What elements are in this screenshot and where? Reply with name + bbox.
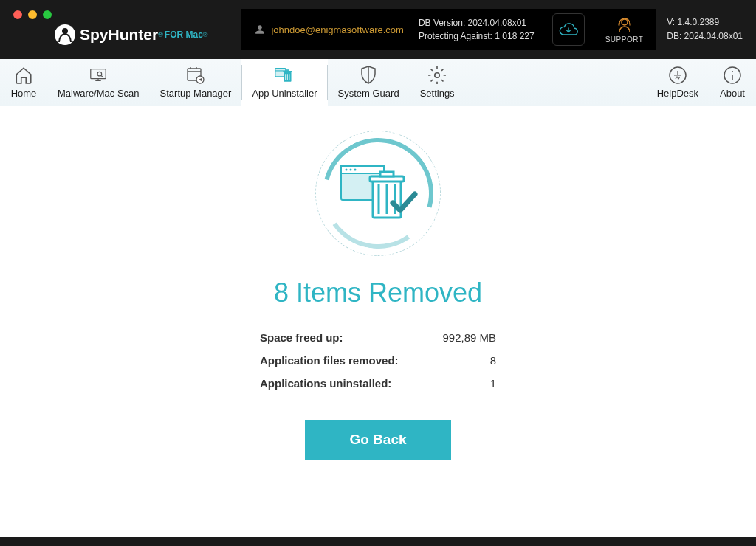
stat-row: Applications uninstalled: 1 <box>260 372 496 395</box>
support-button[interactable]: SUPPORT <box>605 16 644 44</box>
account-user: johndoe@enigmasoftware.com <box>255 24 403 35</box>
tab-settings[interactable]: Settings <box>410 59 465 106</box>
protecting-against: Protecting Against: 1 018 227 <box>419 30 535 43</box>
stat-label: Space freed up: <box>260 331 343 344</box>
titlebar: SpyHunter® FOR Mac® johndoe@enigmasoftwa… <box>0 0 756 59</box>
svg-point-14 <box>732 71 733 72</box>
svg-rect-22 <box>380 172 394 176</box>
tab-malware-scan[interactable]: Malware/Mac Scan <box>47 59 150 106</box>
bottom-bar <box>0 537 756 546</box>
cloud-sync-button[interactable] <box>552 13 585 46</box>
tab-app-uninstaller[interactable]: App Uninstaller <box>241 59 327 106</box>
app-logo: SpyHunter® FOR Mac® <box>55 24 207 45</box>
app-version: V: 1.4.0.2389 <box>667 15 743 30</box>
user-email: johndoe@enigmasoftware.com <box>271 24 403 35</box>
tab-startup-manager[interactable]: Startup Manager <box>150 59 242 106</box>
info-icon <box>723 66 742 85</box>
svg-rect-16 <box>341 166 384 173</box>
db-info: DB Version: 2024.04.08x01 Protecting Aga… <box>419 16 535 43</box>
logo-subtext: FOR Mac <box>165 30 203 40</box>
version-info: V: 1.4.0.2389 DB: 2024.04.08x01 <box>667 15 743 44</box>
tab-about[interactable]: About <box>709 59 756 106</box>
stat-value: 992,89 MB <box>442 331 496 344</box>
svg-point-11 <box>435 73 440 78</box>
startup-icon <box>186 66 205 85</box>
result-illustration <box>312 127 444 260</box>
content-area: 8 Items Removed Space freed up: 992,89 M… <box>0 106 756 537</box>
uninstaller-icon <box>275 66 294 85</box>
db-version: DB Version: 2024.04.08x01 <box>419 16 535 30</box>
tab-helpdesk[interactable]: HelpDesk <box>647 59 709 106</box>
stat-value: 1 <box>490 377 496 390</box>
main-toolbar: Home Malware/Mac Scan Startup Manager Ap… <box>0 59 756 106</box>
svg-point-0 <box>622 19 628 25</box>
go-back-button[interactable]: Go Back <box>305 420 450 460</box>
support-label: SUPPORT <box>605 35 644 44</box>
stat-row: Application files removed: 8 <box>260 349 496 372</box>
svg-point-19 <box>354 169 357 171</box>
support-headset-icon <box>616 16 633 34</box>
account-info-box: johndoe@enigmasoftware.com DB Version: 2… <box>241 9 656 50</box>
stat-label: Applications uninstalled: <box>260 377 391 390</box>
svg-point-18 <box>350 169 352 171</box>
helpdesk-icon <box>668 66 687 85</box>
cloud-download-icon <box>558 21 579 38</box>
gear-icon <box>427 66 447 85</box>
svg-point-4 <box>97 72 102 76</box>
stat-row: Space freed up: 992,89 MB <box>260 326 496 349</box>
logo-text: SpyHunter <box>80 26 158 44</box>
svg-rect-2 <box>629 23 630 26</box>
trash-success-icon <box>337 160 419 227</box>
tab-home[interactable]: Home <box>0 59 47 106</box>
spyhunter-logo-icon <box>55 24 75 45</box>
db-version-short: DB: 2024.04.08x01 <box>667 30 743 44</box>
close-window-button[interactable] <box>13 10 22 19</box>
tab-system-guard[interactable]: System Guard <box>328 59 410 106</box>
result-title: 8 Items Removed <box>274 277 482 308</box>
stat-label: Application files removed: <box>260 354 399 367</box>
user-icon <box>255 24 265 35</box>
svg-rect-3 <box>91 69 106 79</box>
result-stats: Space freed up: 992,89 MB Application fi… <box>260 326 496 395</box>
shield-icon <box>359 66 378 85</box>
window-controls <box>13 10 52 19</box>
svg-rect-10 <box>286 69 289 71</box>
svg-rect-9 <box>284 71 292 72</box>
home-icon <box>14 66 33 85</box>
scan-icon <box>89 66 108 85</box>
svg-point-17 <box>346 169 348 171</box>
minimize-window-button[interactable] <box>28 10 37 19</box>
maximize-window-button[interactable] <box>43 10 52 19</box>
svg-rect-1 <box>618 23 619 26</box>
stat-value: 8 <box>490 354 496 367</box>
